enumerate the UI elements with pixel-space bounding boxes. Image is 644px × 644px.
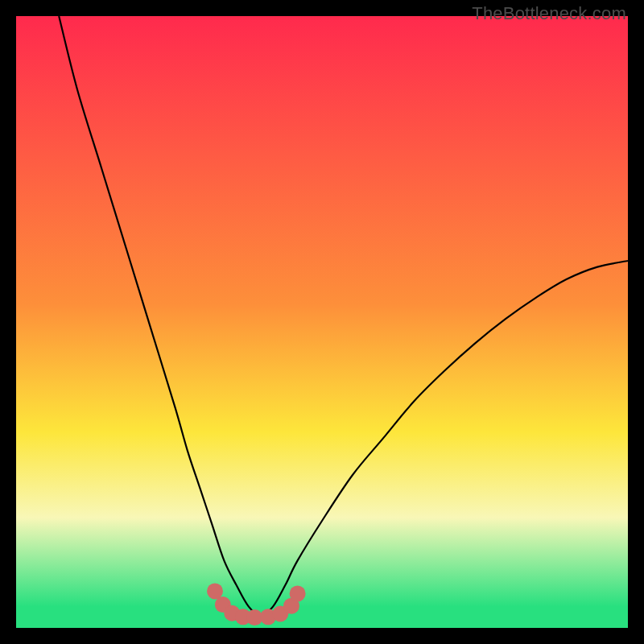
marker-dot [290,585,306,601]
gradient-background [16,16,628,628]
chart-svg [16,16,628,628]
marker-dot [207,583,223,599]
chart-frame: TheBottleneck.com [0,0,644,644]
watermark-text: TheBottleneck.com [472,3,626,24]
plot-area [16,16,628,628]
